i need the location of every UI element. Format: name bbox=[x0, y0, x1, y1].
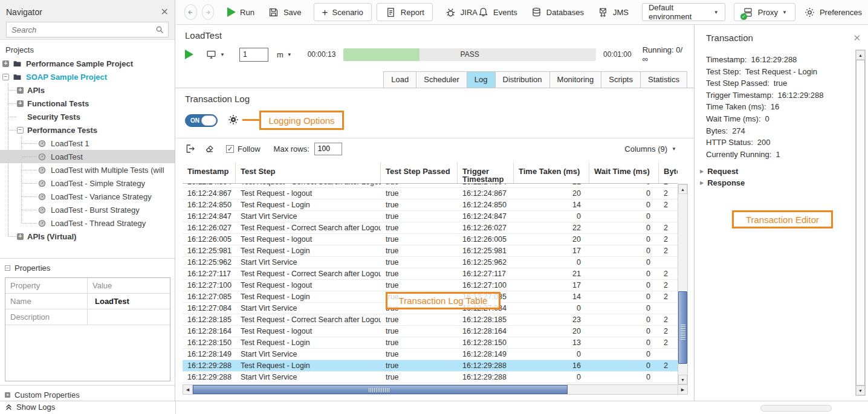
table-horizontal-scrollbar[interactable]: ◀ ▶ bbox=[183, 384, 688, 395]
report-button[interactable]: Report bbox=[377, 3, 433, 21]
table-row[interactable]: 16:12:28:150Test Request - Logintrue16:1… bbox=[183, 337, 678, 349]
export-icon[interactable] bbox=[185, 143, 196, 154]
databases-button[interactable]: Databases bbox=[531, 7, 584, 18]
property-value[interactable]: LoadTest bbox=[88, 294, 170, 309]
preferences-button[interactable]: Preferences bbox=[804, 7, 862, 18]
expander-plus-icon[interactable]: + bbox=[17, 87, 24, 94]
sidebar-item-loadtest-1[interactable]: LoadTest 1 bbox=[0, 137, 175, 150]
column-header-bytes[interactable]: Bytes bbox=[659, 163, 678, 183]
custom-properties-header[interactable]: + Custom Properties bbox=[0, 386, 175, 401]
column-header-test-step[interactable]: Test Step bbox=[236, 163, 381, 183]
scroll-left-icon[interactable]: ◀ bbox=[183, 385, 193, 394]
sidebar-item-functional-tests[interactable]: +Functional Tests bbox=[0, 97, 175, 110]
table-row[interactable]: 16:12:28:185Test Request - Correct Searc… bbox=[183, 314, 678, 326]
expand-icon[interactable]: + bbox=[5, 392, 10, 398]
sidebar-item-loadtest-simple-strategy[interactable]: LoadTest - Simple Strategy bbox=[0, 176, 175, 190]
back-button[interactable] bbox=[184, 4, 197, 20]
sidebar-item-soap-sample-project[interactable]: −SOAP Sample Project bbox=[0, 70, 175, 83]
scroll-down-icon[interactable]: ▼ bbox=[678, 375, 687, 384]
collapse-icon[interactable]: − bbox=[5, 265, 10, 271]
logging-options-gear-icon[interactable] bbox=[227, 114, 239, 128]
columns-dropdown[interactable]: Columns (9) ▼ bbox=[624, 144, 687, 154]
logging-toggle[interactable]: ON bbox=[185, 114, 218, 127]
scroll-up-icon[interactable]: ▲ bbox=[856, 50, 865, 60]
tab-monitoring[interactable]: Monitoring bbox=[549, 71, 602, 88]
environment-select[interactable]: Default environment ▼ bbox=[642, 3, 725, 21]
proxy-button[interactable]: ✓ Proxy ▼ bbox=[734, 3, 795, 21]
sidebar-item-performance-tests[interactable]: −Performance Tests bbox=[0, 123, 175, 137]
table-row[interactable]: 16:12:24:850Test Request - Logintrue16:1… bbox=[183, 199, 678, 211]
sidebar-item-security-tests[interactable]: Security Tests bbox=[0, 110, 175, 123]
column-header-time-taken-ms[interactable]: Time Taken (ms) bbox=[514, 163, 589, 183]
sidebar-item-loadtest[interactable]: LoadTest bbox=[0, 150, 175, 163]
table-row[interactable]: 16:12:27:100Test Request - logouttrue16:… bbox=[183, 280, 678, 291]
section-response[interactable]: ▶Response bbox=[700, 177, 745, 189]
events-button[interactable]: Events bbox=[478, 7, 517, 18]
scenario-button[interactable]: + Scenario bbox=[314, 3, 372, 21]
tab-distribution[interactable]: Distribution bbox=[495, 71, 550, 88]
max-rows-input[interactable] bbox=[314, 143, 342, 155]
show-logs-button[interactable]: Show Logs bbox=[5, 403, 55, 412]
table-row[interactable]: 16:12:25:962Start Virt Servicetrue16:12:… bbox=[183, 257, 678, 268]
scroll-up-icon[interactable]: ▲ bbox=[678, 184, 687, 194]
sidebar-item-loadtest-burst-strategy[interactable]: LoadTest - Burst Strategy bbox=[0, 203, 175, 216]
tab-scheduler[interactable]: Scheduler bbox=[416, 71, 467, 88]
table-row[interactable]: 16:12:28:149Start Virt Servicetrue16:12:… bbox=[183, 349, 678, 360]
section-request[interactable]: ▶Request bbox=[700, 166, 745, 177]
play-button[interactable] bbox=[185, 50, 193, 59]
scrollbar-thumb[interactable] bbox=[193, 385, 568, 394]
column-header-timestamp[interactable]: Timestamp bbox=[183, 163, 236, 183]
expander-plus-icon[interactable]: + bbox=[17, 233, 24, 240]
table-row[interactable]: 16:12:29:288Start Virt Servicetrue16:12:… bbox=[183, 372, 678, 383]
properties-header[interactable]: − Properties bbox=[0, 259, 175, 275]
table-vertical-scrollbar[interactable]: ▲ ▼ bbox=[678, 184, 688, 385]
expander-plus-icon[interactable]: + bbox=[2, 60, 9, 67]
expander-minus-icon[interactable]: − bbox=[2, 74, 9, 80]
save-button[interactable]: Save bbox=[268, 7, 302, 18]
scroll-right-icon[interactable]: ▶ bbox=[678, 385, 687, 394]
table-row[interactable]: 16:12:26:027Test Request - Correct Searc… bbox=[183, 222, 678, 234]
search-box bbox=[6, 22, 169, 37]
table-row[interactable]: 16:12:25:981Test Request - Logintrue16:1… bbox=[183, 245, 678, 257]
table-row[interactable]: 16:12:28:164Test Request - logouttrue16:… bbox=[183, 326, 678, 337]
transaction-close-icon[interactable]: ✕ bbox=[853, 33, 861, 44]
agents-dropdown[interactable]: ▼ bbox=[206, 49, 225, 60]
search-input[interactable] bbox=[11, 25, 155, 34]
main-toolbar: Run Save + Scenario Report JIRA bbox=[176, 0, 868, 25]
run-button[interactable]: Run bbox=[227, 7, 254, 17]
expander-minus-icon[interactable]: − bbox=[17, 127, 24, 134]
table-row[interactable]: 16:12:24:847Start Virt Servicetrue16:12:… bbox=[183, 211, 678, 222]
tab-log[interactable]: Log bbox=[467, 71, 496, 88]
table-row[interactable]: 16:12:26:005Test Request - logouttrue16:… bbox=[183, 234, 678, 245]
tab-statistics[interactable]: Statistics bbox=[640, 71, 687, 88]
clear-icon[interactable] bbox=[204, 143, 215, 154]
scrollbar-thumb[interactable] bbox=[856, 60, 865, 386]
table-row[interactable]: 16:12:27:117Test Request - Correct Searc… bbox=[183, 268, 678, 280]
jms-button[interactable]: JMS bbox=[597, 7, 629, 18]
sidebar-item-loadtest-variance-strategy[interactable]: LoadTest - Variance Strategy bbox=[0, 190, 175, 203]
scroll-down-icon[interactable]: ▼ bbox=[856, 386, 865, 395]
scrollbar-thumb[interactable] bbox=[678, 291, 687, 364]
tab-load[interactable]: Load bbox=[383, 71, 416, 88]
jira-button[interactable]: JIRA bbox=[445, 7, 478, 18]
column-header-wait-time-ms[interactable]: Wait Time (ms) bbox=[589, 163, 659, 183]
tab-scripts[interactable]: Scripts bbox=[601, 71, 641, 88]
sidebar-item-performance-sample-project[interactable]: +Performance Sample Project bbox=[0, 57, 175, 70]
limit-input[interactable] bbox=[239, 48, 268, 62]
unit-dropdown[interactable]: m ▼ bbox=[277, 50, 292, 59]
column-header-trigger-timestamp[interactable]: Trigger Timestamp bbox=[458, 163, 514, 183]
forward-button[interactable] bbox=[202, 4, 215, 20]
navigator-close-icon[interactable]: ✕ bbox=[161, 7, 169, 17]
follow-checkbox[interactable]: ✓ bbox=[226, 145, 234, 153]
sidebar-item-apis-virtual[interactable]: +APIs (Virtual) bbox=[0, 230, 175, 243]
property-value[interactable] bbox=[88, 309, 170, 325]
table-row[interactable]: 16:12:29:288Test Request - Logintrue16:1… bbox=[183, 360, 678, 372]
table-row[interactable]: 16:12:24:894Test Request - Correct Searc… bbox=[183, 184, 678, 188]
sidebar-item-loadtest-with-multiple-tests-will[interactable]: LoadTest with Multiple Tests (will bbox=[0, 163, 175, 176]
expander-plus-icon[interactable]: + bbox=[17, 100, 24, 107]
sidebar-item-apis[interactable]: +APIs bbox=[0, 83, 175, 97]
sidebar-item-loadtest-thread-strategy[interactable]: LoadTest - Thread Strategy bbox=[0, 216, 175, 230]
table-row[interactable]: 16:12:24:867Test Request - logouttrue16:… bbox=[183, 188, 678, 199]
column-header-test-step-passed[interactable]: Test Step Passed bbox=[381, 163, 458, 183]
panel-vertical-scrollbar[interactable]: ▲ ▼ bbox=[855, 50, 866, 396]
